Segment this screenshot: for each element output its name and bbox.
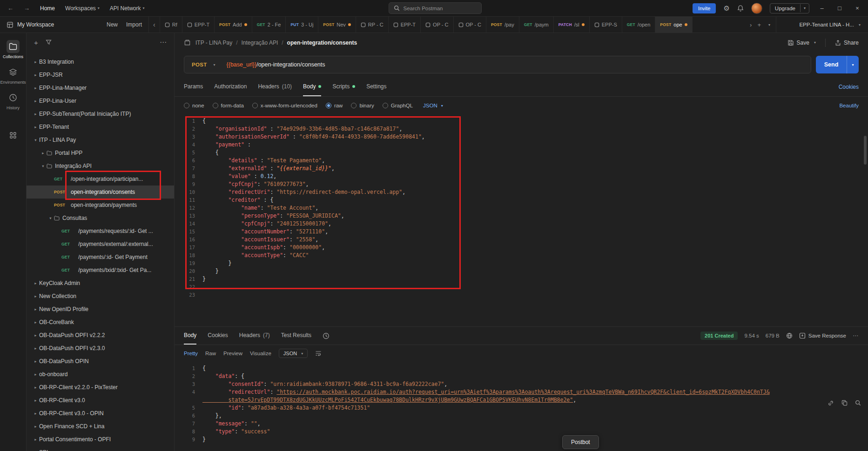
maximize-button[interactable]: □ <box>834 5 845 12</box>
response-tab-test-results[interactable]: Test Results <box>281 327 311 345</box>
response-view-pretty[interactable]: Pretty <box>184 351 198 356</box>
rail-item-environments[interactable]: Environments <box>0 62 26 88</box>
open-tab-rf[interactable]: Rf <box>160 17 182 33</box>
body-type-raw[interactable]: raw <box>326 103 343 108</box>
copy-icon[interactable] <box>841 400 848 406</box>
workspace-switcher[interactable]: My Workspace <box>0 17 105 33</box>
sidebar-more-options-icon[interactable]: ⋯ <box>160 38 167 46</box>
open-tab-3-uj[interactable]: PUT3 - Uj <box>286 17 318 33</box>
rail-item-collections[interactable]: Collections <box>0 37 26 62</box>
body-language-select[interactable]: JSON ▾ <box>423 103 443 108</box>
open-tab-sl[interactable]: PATCH/sl <box>554 17 590 33</box>
response-tab-cookies[interactable]: Cookies <box>208 327 228 345</box>
request-body-editor[interactable]: 1{2 "organisationId" : "74e929d9-33b6-4d… <box>175 114 868 326</box>
open-tabs-menu-icon[interactable]: ▾ <box>768 23 770 27</box>
open-tab-op-c[interactable]: OP - C <box>454 17 486 33</box>
body-type-none[interactable]: none <box>184 103 204 108</box>
sidebar-item-new-openid-profile[interactable]: ▸New OpenID Profile <box>27 303 174 316</box>
sidebar-item-ob-rp-client-v3-0-opin[interactable]: ▸OB-RP-Client v3.0 - OPIN <box>27 407 174 420</box>
request-tab-authorization[interactable]: Authorization <box>214 77 247 96</box>
upgrade-button[interactable]: Upgrade ▾ <box>770 3 809 13</box>
invite-button[interactable]: Invite <box>693 3 716 13</box>
body-type-binary[interactable]: binary <box>351 103 374 108</box>
sidebar-item-ob-datapush-opfi-v2-2-2[interactable]: ▸OB-DataPush OPFI v2.2.2 <box>27 329 174 342</box>
sidebar-item-ob-rp-client-v2-2-0-pixtester[interactable]: ▸OB-RP-Client v2.2.0 - PixTester <box>27 381 174 394</box>
request-tab-headers[interactable]: Headers(10) <box>258 77 292 96</box>
request-tab-scripts[interactable]: Scripts <box>332 77 355 96</box>
sidebar-item-payments-requests-id-get[interactable]: GET/payments/requests/:id- Get ... <box>27 225 174 238</box>
forward-icon[interactable]: → <box>24 5 30 12</box>
sidebar-item-open-finance-scd-lina[interactable]: ▸Open Finance SCD + Lina <box>27 420 174 433</box>
cookies-link[interactable]: Cookies <box>839 84 859 90</box>
sidebar-item-epp-jsr[interactable]: ▸EPP-JSR <box>27 68 174 81</box>
workspaces-menu[interactable]: Workspaces▾ <box>65 5 100 12</box>
sidebar-item-portal-consentimento-opfi[interactable]: ▸Portal Consentimento - OPFI <box>27 433 174 446</box>
send-button[interactable]: Send <box>816 56 847 73</box>
avatar[interactable] <box>751 3 762 14</box>
postbot-button[interactable]: Postbot <box>562 435 599 449</box>
response-history-clock-icon[interactable] <box>323 332 330 339</box>
sidebar-item-open-integration-participan[interactable]: GET/open-integration/participan... <box>27 172 174 186</box>
save-button[interactable]: Save ▾ <box>787 40 816 46</box>
sidebar-item-ob-datapush-opfi-v2-3-0[interactable]: ▸OB-DataPush OPFI v2.3.0 <box>27 342 174 355</box>
response-tab-body[interactable]: Body <box>184 327 196 345</box>
sidebar-item-ob-rp-client-v3-0[interactable]: ▸OB-RP-Client v3.0 <box>27 394 174 407</box>
request-tab-settings[interactable]: Settings <box>366 77 386 96</box>
response-language-select[interactable]: JSON ▾ <box>279 349 308 358</box>
url-input[interactable]: {{base_url}}/open-integration/consents <box>222 61 325 68</box>
api-network-menu[interactable]: API Network▾ <box>110 5 145 12</box>
open-tab-epp-s[interactable]: EPP-S <box>590 17 622 33</box>
request-tab-params[interactable]: Params <box>184 77 203 96</box>
wrap-text-icon[interactable] <box>315 351 322 356</box>
tab-scroll-left-icon[interactable]: ‹ <box>148 17 160 33</box>
new-collection-plus-icon[interactable]: + <box>34 39 38 46</box>
open-tab-2-fe[interactable]: GET2 - Fe <box>252 17 286 33</box>
global-search-input[interactable]: Search Postman <box>389 2 482 14</box>
sidebar-item-payments-id-get-payment[interactable]: GET/payments/:id- Get Payment <box>27 251 174 264</box>
request-tab-body[interactable]: Body <box>303 77 321 96</box>
open-tab-pay[interactable]: POST/pay <box>486 17 519 33</box>
response-view-raw[interactable]: Raw <box>205 351 216 356</box>
sidebar-item-consultas[interactable]: ▾Consultas <box>27 212 174 225</box>
response-more-options-icon[interactable]: ⋯ <box>853 332 859 339</box>
body-type-x-www-form-urlencoded[interactable]: x-www-form-urlencoded <box>252 103 317 108</box>
new-tab-plus-icon[interactable]: + <box>757 21 761 28</box>
sidebar-item-payments-txid-txid-get-pa[interactable]: GET/payments/txid/:txid- Get Pa... <box>27 264 174 277</box>
body-type-graphql[interactable]: GraphQL <box>383 103 413 108</box>
method-select[interactable]: POST ▾ <box>184 56 222 73</box>
settings-gear-icon[interactable]: ⚙ <box>723 4 729 13</box>
sidebar-item-itp-lina-pay[interactable]: ▾ITP - LINA Pay <box>27 133 174 146</box>
search-in-response-icon[interactable] <box>855 400 861 406</box>
breadcrumb-folder[interactable]: Integração API <box>242 40 278 46</box>
sidebar-item-ob-datapush-opin[interactable]: ▸OB-DataPush OPIN <box>27 355 174 368</box>
open-tab-open[interactable]: GET/open <box>622 17 656 33</box>
sidebar-item-new-collection[interactable]: ▸New Collection <box>27 290 174 303</box>
home-button[interactable]: Home <box>40 5 55 12</box>
link-icon[interactable] <box>828 400 834 406</box>
open-tab-nev[interactable]: POSTNev <box>318 17 356 33</box>
sidebar-item-keycloak-admin[interactable]: ▸KeyCloak Admin <box>27 277 174 290</box>
back-icon[interactable]: ← <box>7 5 13 12</box>
network-globe-icon[interactable] <box>786 332 793 339</box>
open-tab-ope[interactable]: POSTope <box>655 17 692 33</box>
new-button[interactable]: New <box>107 21 118 28</box>
sidebar-item-open-integration-consents[interactable]: POSTopen-integration/consents <box>27 186 174 199</box>
sidebar-item-ob-corebank[interactable]: ▸OB-CoreBank <box>27 316 174 329</box>
breadcrumb-collection[interactable]: ITP - LINA Pay <box>195 40 232 46</box>
response-body-viewer[interactable]: 1{2 "data": {3 "consentId": "urn:raidiam… <box>175 362 868 451</box>
body-type-form-data[interactable]: form-data <box>213 103 244 108</box>
sidebar-item-integra-o-api[interactable]: ▾Integração API <box>27 159 174 172</box>
sidebar-item-epp-lina-manager[interactable]: ▸EPP-Lina-Manager <box>27 81 174 94</box>
beautify-button[interactable]: Beautify <box>839 103 859 108</box>
rail-item-history[interactable]: History <box>0 88 26 113</box>
notifications-bell-icon[interactable] <box>737 5 744 12</box>
minimize-button[interactable]: – <box>817 5 827 12</box>
sidebar-item-epp-lina-user[interactable]: ▸EPP-Lina-User <box>27 94 174 107</box>
sidebar-item-payments-external-external[interactable]: GET/payments/external/:external... <box>27 238 174 251</box>
response-tab-headers[interactable]: Headers(7) <box>239 327 270 345</box>
response-view-preview[interactable]: Preview <box>223 351 242 356</box>
sidebar-item-open-integration-payments[interactable]: POSTopen-integration/payments <box>27 199 174 212</box>
open-tab-op-c[interactable]: OP - C <box>421 17 453 33</box>
import-button[interactable]: Import <box>126 21 142 28</box>
share-button[interactable]: Share <box>835 40 859 46</box>
